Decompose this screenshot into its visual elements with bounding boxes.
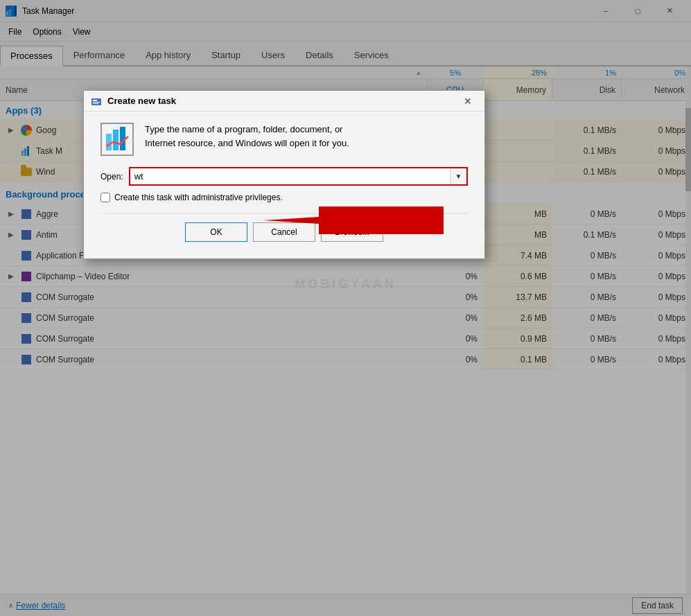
svg-rect-11	[106, 134, 112, 150]
svg-rect-9	[93, 102, 100, 103]
svg-rect-8	[93, 100, 97, 101]
dialog-description: Type the name of a program, folder, docu…	[145, 123, 349, 156]
create-new-task-dialog: Create new task ✕ Type the name of a pro…	[83, 90, 485, 259]
dialog-buttons: OK Cancel Browse...	[100, 213, 468, 247]
open-input[interactable]	[130, 168, 450, 184]
dropdown-button[interactable]: ▼	[450, 168, 466, 184]
ok-button[interactable]: OK	[185, 222, 247, 242]
dialog-title-bar: Create new task ✕	[84, 91, 484, 112]
open-input-wrapper: ▼	[129, 167, 468, 186]
svg-rect-10	[93, 103, 98, 104]
dialog-top: Type the name of a program, folder, docu…	[100, 123, 468, 156]
dialog-close-button[interactable]: ✕	[458, 91, 478, 111]
admin-privileges-label: Create this task with administrative pri…	[114, 193, 283, 202]
dialog-title-icon	[91, 96, 102, 107]
open-label: Open:	[100, 172, 123, 182]
admin-privileges-checkbox[interactable]	[100, 193, 110, 202]
svg-rect-12	[113, 130, 119, 150]
open-row: Open: ▼	[100, 167, 468, 186]
dialog-title-text: Create new task	[107, 96, 458, 106]
dialog-body: Type the name of a program, folder, docu…	[84, 112, 484, 258]
svg-rect-13	[120, 127, 125, 150]
dialog-app-icon	[100, 123, 134, 156]
browse-button[interactable]: Browse...	[321, 222, 383, 242]
checkbox-row: Create this task with administrative pri…	[100, 193, 468, 202]
cancel-button[interactable]: Cancel	[253, 222, 315, 242]
